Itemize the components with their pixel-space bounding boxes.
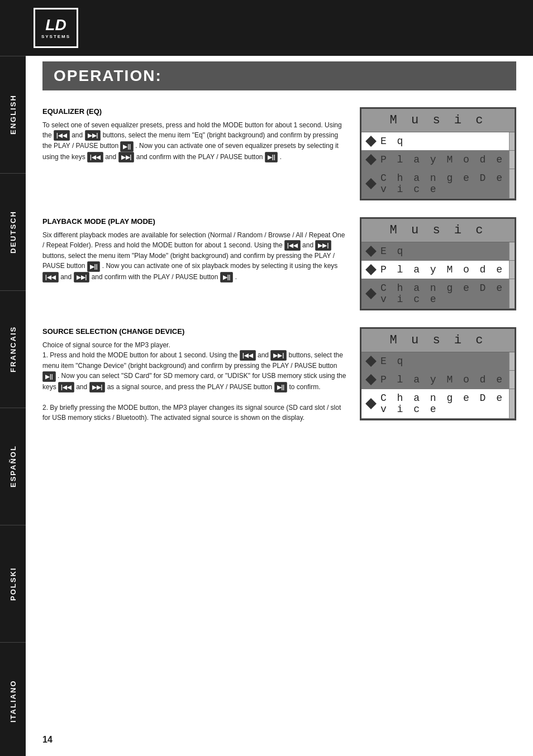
lcd2-title: M u s i c: [361, 219, 515, 242]
source-title: SOURCE SELECTION (Change Device): [42, 327, 349, 336]
lcd1-title: M u s i c: [361, 109, 515, 132]
play-pause-btn-icon: ▶||: [120, 141, 134, 152]
next-btn-icon4: ▶▶|: [74, 272, 90, 283]
language-tabs: ENGLISH DEUTSCH FRANCAIS ESPAÑOL POLSKI …: [0, 56, 26, 756]
diamond-changedevice1: [365, 178, 377, 189]
equalizer-text: EQUALIZER (Eq) To select one of seven eq…: [42, 107, 349, 200]
lcd3-row-eq: E q: [361, 352, 515, 371]
source-lcd: M u s i c E q P l a y M o d e C h a n g …: [360, 327, 516, 423]
diamond-eq2: [365, 246, 377, 257]
lcd2-row-playmode: P l a y M o d e: [361, 261, 515, 279]
prev-btn-icon2: |◀◀: [87, 152, 103, 162]
lcd-screen-1: M u s i c E q P l a y M o d e C h a n g …: [360, 107, 516, 200]
main-content: OPERATION: EQUALIZER (Eq) To select one …: [26, 61, 533, 462]
diamond-playmode1: [365, 154, 377, 165]
diamond-changedevice3: [365, 398, 377, 409]
play-pause-btn-icon6: ▶||: [274, 382, 288, 393]
lcd2-row-changedevice: C h a n g e D e v i c e: [361, 279, 515, 309]
prev-btn-icon6: |◀◀: [58, 382, 74, 393]
next-btn-icon: ▶▶|: [85, 130, 101, 141]
lang-tab-espanol[interactable]: ESPAÑOL: [0, 408, 26, 525]
lcd2-row-eq: E q: [361, 242, 515, 261]
next-btn-icon6: ▶▶|: [89, 382, 106, 393]
operation-header: OPERATION:: [42, 61, 516, 90]
diamond-playmode2: [365, 264, 377, 275]
playback-title: PLAYBACK MODE (Play Mode): [42, 217, 349, 226]
play-pause-btn-icon5: ▶||: [42, 371, 56, 382]
source-section: SOURCE SELECTION (Change Device) Choice …: [42, 327, 516, 423]
next-btn-icon5: ▶▶|: [270, 350, 287, 361]
source-text: SOURCE SELECTION (Change Device) Choice …: [42, 327, 349, 423]
prev-btn-icon4: |◀◀: [42, 272, 59, 283]
next-btn-icon3: ▶▶|: [315, 240, 331, 251]
top-bar: LD SYSTEMS: [0, 0, 533, 56]
equalizer-body: To select one of seven equalizer presets…: [42, 120, 349, 162]
lcd3-row-playmode: P l a y M o d e: [361, 371, 515, 389]
lang-tab-deutsch[interactable]: DEUTSCH: [0, 173, 26, 290]
play-pause-btn-icon2: ▶||: [265, 152, 278, 162]
source-body: Choice of signal source for the MP3 play…: [42, 340, 349, 423]
lcd1-row-changedevice: C h a n g e D e v i c e: [361, 169, 515, 199]
lang-tab-english[interactable]: ENGLISH: [0, 56, 26, 173]
lcd1-row-playmode: P l a y M o d e: [361, 151, 515, 169]
lcd-screen-3: M u s i c E q P l a y M o d e C h a n g …: [360, 327, 516, 420]
play-pause-btn-icon4: ▶||: [220, 272, 234, 283]
lcd-screen-2: M u s i c E q P l a y M o d e C h a n g …: [360, 217, 516, 310]
diamond-eq1: [365, 136, 377, 147]
prev-btn-icon3: |◀◀: [284, 240, 301, 251]
logo-systems: SYSTEMS: [41, 34, 70, 39]
diamond-changedevice2: [365, 288, 377, 299]
logo-ld: LD: [45, 17, 66, 33]
lang-tab-italiano[interactable]: ITALIANO: [0, 642, 26, 756]
diamond-playmode3: [365, 374, 377, 385]
playback-lcd: M u s i c E q P l a y M o d e C h a n g …: [360, 217, 516, 310]
diamond-eq3: [365, 356, 377, 367]
lcd3-row-changedevice: C h a n g e D e v i c e: [361, 389, 515, 419]
logo: LD SYSTEMS: [34, 8, 78, 48]
play-pause-btn-icon3: ▶||: [87, 261, 101, 272]
playback-section: PLAYBACK MODE (Play Mode) Six different …: [42, 217, 516, 310]
lang-tab-polski[interactable]: POLSKI: [0, 525, 26, 642]
page-number: 14: [26, 735, 53, 745]
prev-btn-icon: |◀◀: [54, 130, 70, 141]
operation-title: OPERATION:: [54, 67, 162, 84]
equalizer-title: EQUALIZER (Eq): [42, 107, 349, 116]
playback-text: PLAYBACK MODE (Play Mode) Six different …: [42, 217, 349, 310]
equalizer-section: EQUALIZER (Eq) To select one of seven eq…: [42, 107, 516, 200]
lcd3-title: M u s i c: [361, 329, 515, 352]
prev-btn-icon5: |◀◀: [240, 350, 256, 361]
lcd1-row-eq: E q: [361, 132, 515, 151]
playback-body: Six different playback modes are availab…: [42, 230, 349, 283]
equalizer-lcd: M u s i c E q P l a y M o d e C h a n g …: [360, 107, 516, 200]
next-btn-icon2: ▶▶|: [118, 152, 135, 162]
lang-tab-francais[interactable]: FRANCAIS: [0, 290, 26, 408]
